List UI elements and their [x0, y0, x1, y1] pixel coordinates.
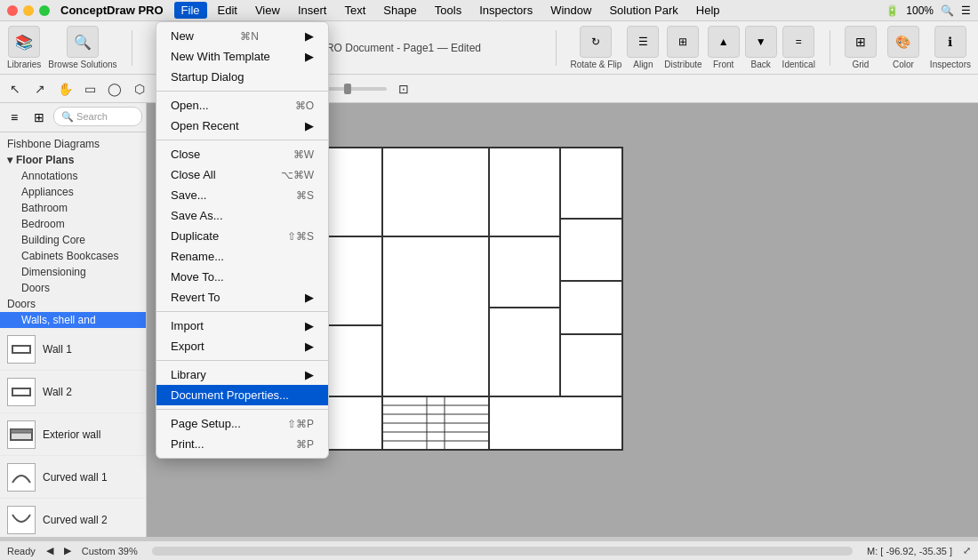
menu-divider-2	[156, 140, 328, 140]
menu-item-solution-park[interactable]: Solution Park	[602, 2, 685, 19]
shape-thumb-curved-wall2	[7, 506, 36, 534]
sidebar-item-doors-cat[interactable]: Doors	[0, 296, 146, 312]
status-zoom[interactable]: Custom 39%	[82, 546, 138, 556]
status-coordinates: M: [ -96.92, -35.35 ]	[867, 546, 952, 556]
inspectors-button[interactable]: ℹ Inspectors	[930, 26, 971, 69]
menu-item-tools[interactable]: Tools	[428, 2, 469, 19]
rotate-flip-icon: ↻	[580, 26, 612, 58]
menu-item-file[interactable]: File	[174, 2, 207, 19]
rotate-flip-button[interactable]: ↻ Rotate & Flip	[571, 26, 622, 69]
file-menu-open-recent[interactable]: Open Recent ▶	[156, 116, 328, 136]
status-scroll-left[interactable]: ◀	[46, 545, 53, 556]
menu-item-window[interactable]: Window	[543, 2, 598, 19]
fit-button[interactable]: ⊡	[392, 77, 415, 100]
search-input[interactable]: 🔍 Search	[53, 107, 142, 126]
browse-solutions-icon: 🔍	[67, 26, 99, 58]
shape-curved-wall1[interactable]: Curved wall 1	[0, 456, 146, 499]
pointer-tool[interactable]: ↗	[28, 77, 52, 100]
status-scroll-right[interactable]: ▶	[64, 545, 71, 556]
file-menu-document-properties[interactable]: Document Properties...	[156, 385, 328, 405]
sidebar-item-fishbone[interactable]: Fishbone Diagrams	[0, 136, 146, 152]
horizontal-scrollbar[interactable]	[152, 547, 853, 556]
file-menu-import[interactable]: Import ▶	[156, 316, 328, 336]
file-menu-rename[interactable]: Rename...	[156, 246, 328, 267]
file-menu-startup-dialog[interactable]: Startup Dialog	[156, 67, 328, 87]
maximize-button[interactable]	[39, 5, 50, 16]
sidebar-item-building-core[interactable]: Building Core	[0, 232, 146, 248]
sidebar-item-appliances[interactable]: Appliances	[0, 184, 146, 200]
file-menu-save[interactable]: Save... ⌘S	[156, 185, 328, 205]
identical-button[interactable]: = Identical	[782, 26, 815, 69]
shape-wall1[interactable]: Wall 1	[0, 328, 146, 371]
menu-item-edit[interactable]: Edit	[211, 2, 244, 19]
polygon-tool[interactable]: ⬡	[128, 77, 151, 100]
menu-item-insert[interactable]: Insert	[291, 2, 334, 19]
file-menu-save-as[interactable]: Save As...	[156, 205, 328, 226]
sidebar-item-cabinets[interactable]: Cabinets Bookcases	[0, 248, 146, 264]
color-button[interactable]: 🎨 Color	[887, 26, 919, 69]
sidebar-item-bedroom[interactable]: Bedroom	[0, 216, 146, 232]
svg-rect-1	[12, 388, 30, 396]
file-menu-close-all[interactable]: Close All ⌥⌘W	[156, 164, 328, 185]
menu-item-text[interactable]: Text	[337, 2, 373, 19]
distribute-button[interactable]: ⊞ Distribute	[664, 26, 701, 69]
back-button[interactable]: ▼ Back	[745, 26, 777, 69]
libraries-button[interactable]: 📚 Libraries	[7, 26, 41, 69]
file-menu-new-with-template[interactable]: New With Template ▶	[156, 46, 328, 67]
sidebar-item-bathroom[interactable]: Bathroom	[0, 200, 146, 216]
grid-icon: ⊞	[845, 26, 877, 58]
file-menu-move-to[interactable]: Move To...	[156, 267, 328, 287]
sidebar-grid-icon[interactable]: ⊞	[28, 107, 50, 128]
sidebar-top: ≡ ⊞ 🔍 Search	[0, 103, 146, 132]
rectangle-tool[interactable]: ▭	[78, 77, 101, 100]
pan-tool[interactable]: ✋	[53, 77, 76, 100]
shape-label-curved-wall2: Curved wall 2	[43, 514, 108, 526]
inspectors-icon: ℹ	[934, 26, 966, 58]
browse-solutions-button[interactable]: 🔍 Browse Solutions	[48, 26, 116, 69]
ellipse-tool[interactable]: ◯	[103, 77, 126, 100]
sidebar-item-dimensioning[interactable]: Dimensioning	[0, 264, 146, 280]
shape-curved-wall2[interactable]: Curved wall 2	[0, 499, 146, 537]
file-menu-open[interactable]: Open... ⌘O	[156, 95, 328, 116]
front-button[interactable]: ▲ Front	[708, 26, 740, 69]
close-button[interactable]	[7, 5, 18, 16]
menu-bar: ConceptDraw PRO File Edit View Insert Te…	[0, 0, 978, 21]
file-menu-close[interactable]: Close ⌘W	[156, 144, 328, 164]
minimize-button[interactable]	[23, 5, 34, 16]
align-button[interactable]: ☰ Align	[627, 26, 659, 69]
menu-divider-5	[156, 409, 328, 410]
svg-rect-21	[489, 308, 560, 396]
menu-item-shape[interactable]: Shape	[376, 2, 424, 19]
main-layout: ≡ ⊞ 🔍 Search Fishbone Diagrams ▾Floor Pl…	[0, 103, 978, 537]
menu-item-help[interactable]: Help	[689, 2, 727, 19]
shape-thumb-wall1	[7, 335, 36, 364]
menu-bar-right: 🔋100% 🔍 ☰	[886, 4, 971, 17]
expand-icon[interactable]: ⤢	[963, 545, 971, 556]
menu-item-view[interactable]: View	[248, 2, 287, 19]
sidebar-item-doors[interactable]: Doors	[0, 280, 146, 296]
grid-button[interactable]: ⊞ Grid	[845, 26, 877, 69]
menu-item-inspectors[interactable]: Inspectors	[472, 2, 540, 19]
select-tool[interactable]: ↖	[4, 77, 27, 100]
status-bar: Ready ◀ ▶ Custom 39% M: [ -96.92, -35.35…	[0, 540, 978, 560]
shape-label-exterior-wall: Exterior wall	[43, 428, 100, 441]
file-menu-library[interactable]: Library ▶	[156, 364, 328, 385]
sidebar-item-annotations[interactable]: Annotations	[0, 168, 146, 184]
file-menu-new[interactable]: New ⌘N ▶	[156, 26, 328, 46]
svg-rect-22	[560, 334, 622, 396]
shape-list: Wall 1 Wall 2 Exterior wall Curved wall …	[0, 328, 146, 537]
shape-exterior-wall[interactable]: Exterior wall	[0, 413, 146, 456]
sidebar-list-icon[interactable]: ≡	[4, 107, 25, 128]
shape-label-wall2: Wall 2	[43, 386, 72, 398]
front-icon: ▲	[708, 26, 740, 58]
file-menu-revert-to[interactable]: Revert To ▶	[156, 287, 328, 308]
sidebar-item-walls[interactable]: Walls, shell and structure	[0, 312, 146, 328]
file-menu-duplicate[interactable]: Duplicate ⇧⌘S	[156, 226, 328, 246]
file-menu-export[interactable]: Export ▶	[156, 336, 328, 356]
file-menu-print[interactable]: Print... ⌘P	[156, 434, 328, 454]
shape-wall2[interactable]: Wall 2	[0, 371, 146, 413]
sidebar-item-floor-plans[interactable]: ▾Floor Plans	[0, 152, 146, 168]
shape-thumb-wall2	[7, 378, 36, 406]
file-menu-page-setup[interactable]: Page Setup... ⇧⌘P	[156, 413, 328, 434]
toolbar-separator-3	[830, 30, 830, 66]
